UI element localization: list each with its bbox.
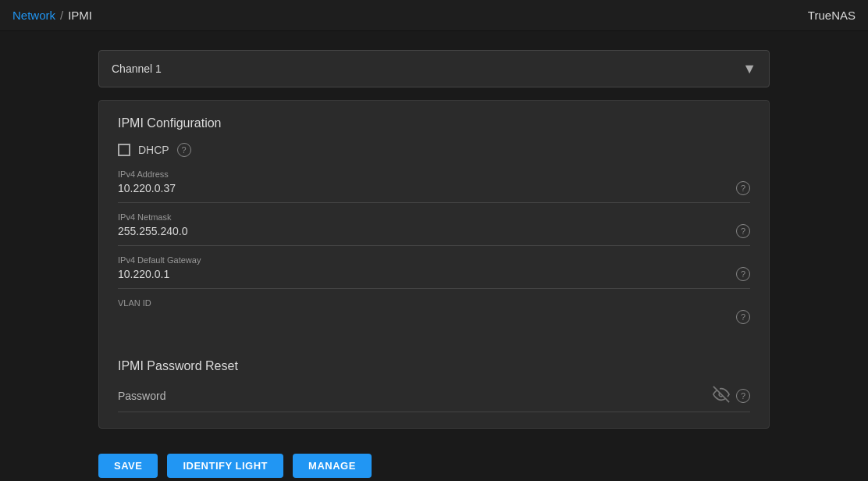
password-field-row: Password ? xyxy=(118,386,750,412)
ipv4-address-label: IPv4 Address xyxy=(118,169,750,179)
ipv4-gateway-row: ? xyxy=(118,266,750,282)
ipv4-address-input[interactable] xyxy=(118,180,736,196)
channel-label: Channel 1 xyxy=(112,62,162,75)
chevron-down-icon: ▼ xyxy=(742,61,756,77)
ipv4-netmask-field: IPv4 Netmask ? xyxy=(118,212,750,246)
vlan-id-field: VLAN ID ? xyxy=(118,298,750,331)
ipv4-netmask-label: IPv4 Netmask xyxy=(118,212,750,222)
breadcrumb-separator: / xyxy=(60,9,63,22)
main-content: Channel 1 ▼ IPMI Configuration DHCP ? IP… xyxy=(0,31,868,481)
ipv4-address-help-icon[interactable]: ? xyxy=(736,181,750,195)
identify-light-button[interactable]: IDENTIFY LIGHT xyxy=(167,454,283,478)
ipv4-gateway-help-icon[interactable]: ? xyxy=(736,267,750,281)
eye-slash-icon xyxy=(713,386,730,403)
manage-button[interactable]: MANAGE xyxy=(293,454,372,478)
password-help-icon[interactable]: ? xyxy=(736,389,750,403)
ipmi-config-card: IPMI Configuration DHCP ? IPv4 Address ?… xyxy=(98,100,770,429)
breadcrumb-current: IPMI xyxy=(68,9,92,22)
breadcrumb-network-link[interactable]: Network xyxy=(12,9,55,22)
dhcp-label: DHCP xyxy=(138,144,169,156)
password-section-title: IPMI Password Reset xyxy=(118,359,750,373)
ipv4-netmask-row: ? xyxy=(118,223,750,239)
ipv4-netmask-help-icon[interactable]: ? xyxy=(736,224,750,238)
channel-select[interactable]: Channel 1 ▼ xyxy=(98,50,770,87)
vlan-id-help-icon[interactable]: ? xyxy=(736,310,750,324)
ipv4-gateway-input[interactable] xyxy=(118,266,736,282)
breadcrumb: Network / IPMI xyxy=(12,9,92,22)
header: Network / IPMI TrueNAS xyxy=(0,0,868,31)
vlan-id-input[interactable] xyxy=(118,309,736,325)
ipv4-gateway-field: IPv4 Default Gateway ? xyxy=(118,255,750,289)
ipv4-gateway-label: IPv4 Default Gateway xyxy=(118,255,750,265)
password-visibility-toggle[interactable] xyxy=(713,386,730,405)
action-buttons: SAVE IDENTIFY LIGHT MANAGE xyxy=(98,441,770,481)
ipv4-address-row: ? xyxy=(118,180,750,196)
save-button[interactable]: SAVE xyxy=(98,454,158,478)
ipv4-netmask-input[interactable] xyxy=(118,223,736,239)
password-input[interactable] xyxy=(180,390,706,402)
ipmi-config-title: IPMI Configuration xyxy=(118,116,750,130)
password-section: IPMI Password Reset Password ? xyxy=(118,359,750,412)
dhcp-help-icon[interactable]: ? xyxy=(177,143,191,157)
vlan-id-label: VLAN ID xyxy=(118,298,750,308)
app-title: TrueNAS xyxy=(808,9,856,22)
vlan-id-row: ? xyxy=(118,309,750,325)
dhcp-row: DHCP ? xyxy=(118,143,750,157)
ipv4-address-field: IPv4 Address ? xyxy=(118,169,750,203)
dhcp-checkbox[interactable] xyxy=(118,144,130,156)
password-icons: ? xyxy=(713,386,750,405)
password-label: Password xyxy=(118,390,180,402)
